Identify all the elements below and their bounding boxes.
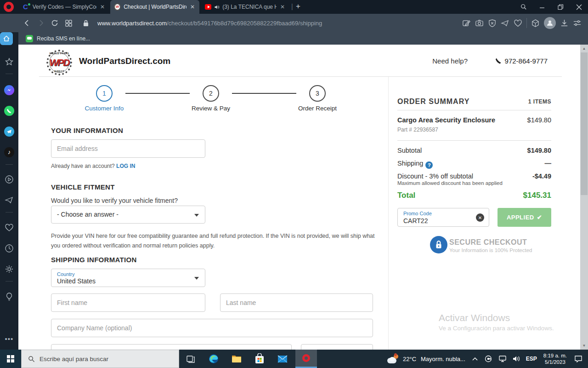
snapshot-camera-icon[interactable]: [475, 19, 484, 28]
scroll-up-icon[interactable]: ▲: [580, 45, 588, 52]
subtotal-label: Subtotal: [397, 147, 422, 154]
tab-checkout-active[interactable]: W Checkout | WorldPartsDirec ✕: [110, 0, 199, 14]
opera-menu-icon[interactable]: [4, 2, 14, 12]
log-in-link[interactable]: LOG IN: [116, 163, 135, 169]
network-icon[interactable]: [498, 355, 507, 362]
scrollbar-thumb[interactable]: [581, 52, 588, 195]
country-select[interactable]: Country United States: [51, 269, 205, 287]
total-label: Total: [397, 191, 415, 200]
tab-close-icon[interactable]: ✕: [279, 4, 286, 10]
step-1-circle: 1: [96, 85, 113, 102]
site-security-lock-icon[interactable]: [79, 16, 93, 30]
promo-code-field[interactable]: Promo Code CART22 ✕: [397, 208, 489, 227]
downloads-icon[interactable]: [560, 19, 569, 28]
summary-rule: [397, 140, 551, 141]
adblock-shield-icon[interactable]: [488, 19, 497, 28]
speed-dial-icon[interactable]: [62, 16, 75, 30]
email-field[interactable]: [51, 139, 205, 158]
profile-avatar[interactable]: [544, 17, 556, 29]
file-explorer-icon[interactable]: [226, 350, 247, 368]
extension-notification-strip[interactable]: Reciba SMS en líne...: [18, 32, 588, 45]
likes-heart-icon[interactable]: [0, 223, 18, 232]
site-name[interactable]: WorldPartsDirect.com: [79, 56, 170, 66]
tab-title: (3) La TECNICA que Hiz: [222, 4, 277, 10]
secure-checkout-subtitle: Your Information is 100% Protected: [449, 247, 532, 253]
shipping-help-icon[interactable]: ?: [425, 161, 433, 169]
tab-close-icon[interactable]: ✕: [99, 4, 106, 10]
tips-lightbulb-icon[interactable]: [0, 292, 18, 301]
flow-icon[interactable]: [0, 196, 18, 205]
sidebar-more-icon[interactable]: •••: [0, 335, 18, 343]
tiktok-icon[interactable]: ♪: [0, 147, 18, 157]
tab-close-icon[interactable]: ✕: [189, 4, 196, 10]
mail-icon[interactable]: [272, 350, 293, 368]
action-center-icon[interactable]: [574, 355, 582, 362]
windows-logo-icon: [7, 355, 14, 362]
player-icon[interactable]: [0, 175, 18, 184]
browser-search-icon[interactable]: [514, 0, 533, 14]
tab-audio-icon: [214, 4, 220, 10]
my-flow-icon[interactable]: [501, 19, 509, 28]
favorites-heart-icon[interactable]: [514, 19, 522, 28]
wpd-logo[interactable]: WORLD PARTS WPD DIRECT: [44, 49, 75, 76]
url-field[interactable]: www.worldpartsdirect.com/checkout/b54917…: [97, 20, 322, 27]
promo-code-label: Promo Code: [403, 211, 432, 216]
order-summary-heading: ORDER SUMMARY: [397, 98, 469, 106]
taskbar-search-input[interactable]: [40, 356, 154, 362]
bookmarks-star-icon[interactable]: [0, 58, 18, 67]
items-count: 1 ITEMS: [482, 98, 551, 105]
hidden-icons-chevron[interactable]: [472, 356, 478, 361]
tab-simplycodes[interactable]: C Verify Codes — SimplyCode ✕: [19, 0, 109, 14]
language-indicator[interactable]: ESP: [526, 356, 537, 362]
restore-icon[interactable]: [551, 0, 570, 14]
tab-youtube[interactable]: (3) La TECNICA que Hiz ✕: [201, 0, 289, 14]
last-name-field[interactable]: [220, 293, 373, 312]
history-clock-icon[interactable]: [0, 244, 18, 253]
company-name-field[interactable]: [51, 319, 373, 337]
start-page-icon[interactable]: [0, 32, 13, 45]
telegram-icon[interactable]: [0, 126, 18, 137]
settings-gear-icon[interactable]: [0, 264, 18, 274]
new-tab-button[interactable]: +: [296, 2, 300, 11]
start-button[interactable]: [0, 350, 21, 368]
forward-icon[interactable]: [34, 16, 48, 30]
fitment-select[interactable]: - Choose an answer -: [51, 206, 205, 224]
meet-now-icon[interactable]: [485, 355, 493, 362]
messenger-icon[interactable]: [0, 85, 18, 95]
secure-lock-icon: [430, 236, 447, 253]
microsoft-store-icon[interactable]: [249, 350, 270, 368]
bookmark-edit-icon[interactable]: [462, 19, 471, 28]
tray-date: 5/1/2023: [543, 359, 567, 365]
promo-clear-icon[interactable]: ✕: [476, 213, 484, 222]
step-1-label: Customer Info: [68, 105, 141, 112]
chevron-down-icon: [194, 214, 199, 217]
close-window-icon[interactable]: [570, 0, 588, 14]
opera-taskbar-button[interactable]: [295, 350, 317, 368]
extensions-cube-icon[interactable]: [531, 19, 540, 28]
scroll-down-icon[interactable]: ▼: [580, 342, 588, 350]
phone-number[interactable]: 972-864-9777: [495, 57, 548, 65]
fitment-question: Would you like to verify your vehicle fi…: [51, 197, 178, 204]
discount-label: Discount - 3% off subtotal: [397, 172, 473, 180]
tray-time: 8:19 a. m.: [543, 352, 567, 359]
applied-button[interactable]: APPLIED✔: [498, 208, 551, 227]
easy-setup-sliders-icon[interactable]: [573, 19, 582, 28]
address-bar-actions: [462, 14, 582, 32]
clock[interactable]: 8:19 a. m. 5/1/2023: [543, 352, 567, 365]
weather-desc[interactable]: Mayorm. nubla...: [421, 356, 465, 362]
page-scrollbar[interactable]: ▲ ▼: [580, 45, 588, 350]
whatsapp-icon[interactable]: [0, 106, 18, 116]
first-name-field[interactable]: [51, 293, 205, 312]
back-icon[interactable]: [20, 16, 34, 30]
phone-icon: [495, 58, 502, 64]
edge-icon[interactable]: [203, 350, 224, 368]
volume-icon[interactable]: [512, 355, 520, 362]
reload-icon[interactable]: [48, 16, 62, 30]
sidebar-divider: [6, 74, 13, 74]
minimize-icon[interactable]: [533, 0, 551, 14]
task-view-icon[interactable]: [180, 350, 201, 368]
vehicle-fitment-heading: VEHICLE FITMENT: [51, 183, 115, 191]
weather-temp[interactable]: 22°C: [403, 356, 416, 362]
weather-icon[interactable]: [387, 354, 399, 363]
taskbar-search[interactable]: [21, 350, 179, 368]
